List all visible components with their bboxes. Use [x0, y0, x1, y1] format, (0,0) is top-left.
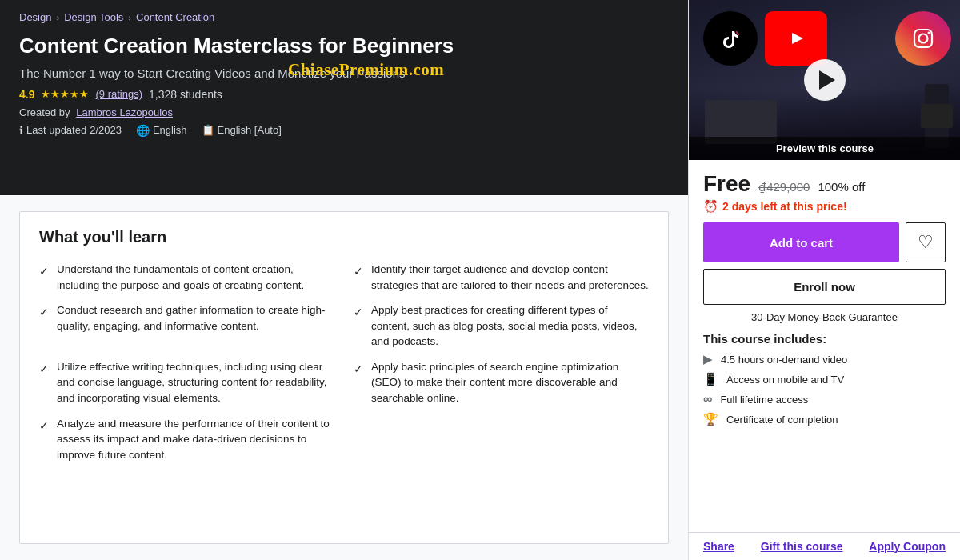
learn-text-r2: Apply basic principles of search engine … [371, 359, 649, 406]
learn-text-r0: Identify their target audience and devel… [371, 262, 649, 293]
course-title: Content Creation Masterclass for Beginne… [19, 33, 627, 60]
check-icon-2: ✓ [39, 361, 49, 377]
price-discount: 100% off [818, 180, 865, 194]
updated-label: Last updated [26, 124, 86, 136]
learn-grid: ✓ Understand the fundamentals of content… [39, 258, 649, 466]
captions-value: English [Auto] [218, 124, 282, 136]
gift-button[interactable]: Gift this course [761, 540, 843, 553]
learn-item-r3 [354, 412, 649, 467]
meta-language: 🌐 English [136, 124, 187, 137]
learn-item-r0: ✓ Identify their target audience and dev… [354, 258, 649, 297]
include-lifetime-text: Full lifetime access [720, 394, 808, 406]
include-item-video: ▶ 4.5 hours on-demand video [703, 352, 946, 366]
breadcrumb-design-tools[interactable]: Design Tools [64, 11, 123, 23]
language-value: English [153, 124, 187, 136]
breadcrumb-design[interactable]: Design [19, 11, 51, 23]
rating-number: 4.9 [19, 88, 34, 101]
include-item-cert: 🏆 Certificate of completion [703, 412, 946, 426]
svg-point-0 [715, 23, 746, 54]
svg-point-2 [919, 34, 928, 43]
learn-text-2: Utilize effective writing techniques, in… [57, 359, 334, 406]
add-to-cart-button[interactable]: Add to cart [703, 222, 899, 262]
student-count: 1,328 students [149, 88, 222, 101]
youtube-icon [765, 11, 827, 66]
preview-label: Preview this course [689, 137, 960, 160]
breadcrumb: Design › Design Tools › Content Creation [19, 11, 669, 23]
timer-icon: ⏰ [703, 199, 718, 214]
cert-icon: 🏆 [703, 412, 718, 426]
learn-item-1: ✓ Conduct research and gather informatio… [39, 298, 334, 354]
creator-row: Created by Lambros Lazopoulos [19, 106, 669, 118]
timer-row: ⏰ 2 days left at this price! [703, 199, 946, 214]
meta-row: ℹ Last updated 2/2023 🌐 English 📋 Englis… [19, 124, 669, 137]
meta-updated: ℹ Last updated 2/2023 [19, 124, 122, 137]
bottom-actions: Share Gift this course Apply Coupon [689, 532, 960, 560]
check-icon-r0: ✓ [354, 263, 363, 279]
stars: ★★★★★ [41, 88, 89, 100]
includes-title: This course includes: [703, 332, 946, 346]
video-icon: ▶ [703, 352, 713, 366]
learn-item-3: ✓ Analyze and measure the performance of… [39, 412, 334, 467]
price-original: ₫429,000 [758, 180, 810, 194]
guarantee-text: 30-Day Money-Back Guarantee [703, 311, 946, 323]
coupon-button[interactable]: Apply Coupon [869, 540, 946, 553]
updated-value: 2/2023 [90, 124, 122, 136]
preview-container[interactable]: Preview this course [689, 0, 960, 160]
pricing-section: Free ₫429,000 100% off ⏰ 2 days left at … [689, 160, 960, 426]
breadcrumb-content-creation[interactable]: Content Creation [136, 11, 214, 23]
learn-text-r1: Apply best practices for creating differ… [371, 302, 649, 350]
include-cert-text: Certificate of completion [726, 414, 838, 426]
learn-text-1: Conduct research and gather information … [57, 302, 334, 334]
learn-text-0: Understand the fundamentals of content c… [57, 262, 334, 293]
caption-icon: 📋 [202, 124, 214, 136]
timer-text: 2 days left at this price! [722, 200, 847, 213]
learn-item-2: ✓ Utilize effective writing techniques, … [39, 355, 334, 410]
meta-captions: 📋 English [Auto] [202, 124, 282, 136]
creator-link[interactable]: Lambros Lazopoulos [76, 106, 173, 118]
learn-text-3: Analyze and measure the performance of t… [57, 416, 334, 463]
wishlist-button[interactable]: ♡ [906, 222, 946, 262]
play-button[interactable] [804, 59, 846, 101]
tiktok-icon [703, 11, 758, 66]
price-row: Free ₫429,000 100% off [703, 171, 946, 197]
learn-box: What you'll learn ✓ Understand the funda… [19, 211, 669, 544]
learn-title: What you'll learn [39, 228, 649, 246]
check-icon-3: ✓ [39, 418, 49, 434]
rating-count[interactable]: (9 ratings) [95, 88, 142, 100]
enroll-button[interactable]: Enroll now [703, 269, 946, 305]
rating-row: 4.9 ★★★★★ (9 ratings) 1,328 students [19, 88, 669, 101]
include-mobile-text: Access on mobile and TV [726, 374, 844, 386]
include-video-text: 4.5 hours on-demand video [721, 354, 847, 366]
breadcrumb-sep2: › [128, 13, 131, 22]
creator-prefix: Created by [19, 106, 70, 118]
globe-icon: 🌐 [136, 124, 150, 137]
learn-item-r1: ✓ Apply best practices for creating diff… [354, 298, 649, 354]
instagram-icon [895, 11, 951, 66]
learn-item-r2: ✓ Apply basic principles of search engin… [354, 355, 649, 410]
lifetime-icon: ∞ [703, 392, 712, 406]
include-item-lifetime: ∞ Full lifetime access [703, 392, 946, 406]
check-icon-r2: ✓ [354, 361, 363, 377]
main-content: What you'll learn ✓ Understand the funda… [0, 195, 688, 560]
cart-row: Add to cart ♡ [703, 222, 946, 262]
info-icon: ℹ [19, 124, 23, 137]
check-icon-0: ✓ [39, 263, 49, 279]
mobile-icon: 📱 [703, 372, 718, 386]
header-section: Design › Design Tools › Content Creation… [0, 0, 688, 195]
learn-item-0: ✓ Understand the fundamentals of content… [39, 258, 334, 297]
right-sidebar: Preview this course Free ₫429,000 100% o… [688, 0, 960, 560]
watermark: ChiasePremium.com [288, 60, 444, 80]
share-button[interactable]: Share [703, 540, 734, 553]
include-item-mobile: 📱 Access on mobile and TV [703, 372, 946, 386]
price-free: Free [703, 171, 750, 197]
svg-point-3 [928, 32, 930, 34]
breadcrumb-sep1: › [56, 13, 59, 22]
check-icon-1: ✓ [39, 304, 49, 320]
includes-list: ▶ 4.5 hours on-demand video 📱 Access on … [703, 352, 946, 426]
check-icon-r1: ✓ [354, 304, 363, 320]
